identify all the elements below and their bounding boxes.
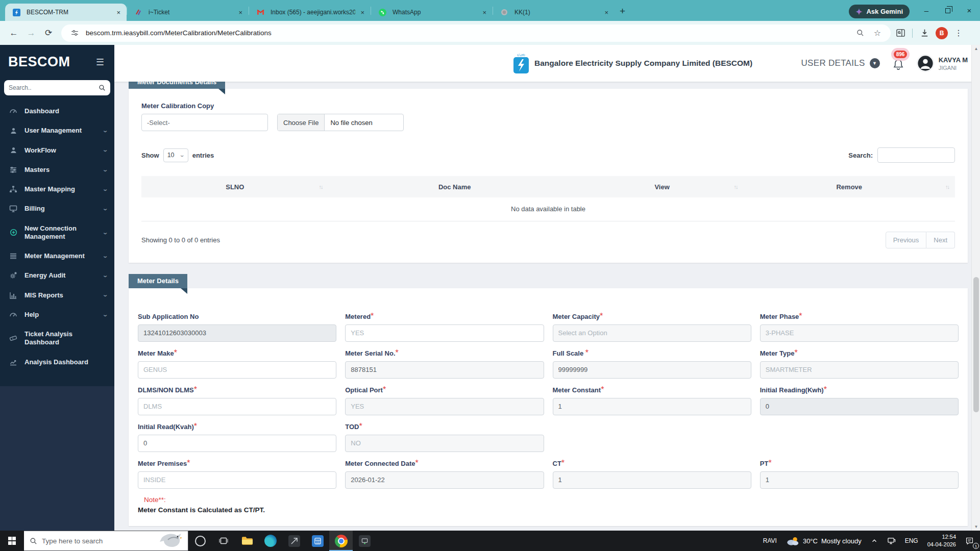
profile-avatar[interactable]: B [934,26,949,41]
gauge-icon [9,107,18,115]
sidebar-item-workflow[interactable]: WorkFlow ⌄ [0,141,114,160]
action-center-icon[interactable]: 1 [961,531,980,551]
table-search-input[interactable] [877,147,955,163]
meter-type-input[interactable] [760,361,959,379]
initial-reading-kwh-input[interactable] [760,398,959,415]
metered-input[interactable] [345,324,544,342]
side-panel-search-icon[interactable] [893,26,908,41]
pt-input[interactable] [760,471,959,489]
tab-close-icon[interactable]: × [603,9,609,16]
sidebar-item-meter-management[interactable]: Meter Management ⌄ [0,246,114,266]
tab-close-icon[interactable]: × [359,9,365,16]
reload-button[interactable]: ⟳ [41,26,56,41]
zoom-icon[interactable] [854,29,866,37]
forward-button[interactable]: → [23,26,39,41]
meter-premises-input[interactable] [138,471,336,489]
file-explorer-icon[interactable] [235,531,259,551]
tab-bescom-trm[interactable]: BESCOM-TRM × [5,4,127,21]
meter-capacity-input[interactable] [553,324,751,342]
restore-button[interactable] [937,0,959,21]
notifications-bell[interactable]: 896 [892,58,904,71]
col-header-slno[interactable]: SLNO↑↓ [141,176,329,197]
address-bar[interactable]: bescom.trm.ieasybill.com/MeterCalibratio… [61,24,891,42]
sidebar-item-billing[interactable]: Billing ⌄ [0,199,114,218]
scroll-up-arrow[interactable]: ▲ [972,46,980,51]
cortana-icon[interactable] [188,531,212,551]
taskbar-search[interactable] [24,531,188,551]
field-meter-capacity: Meter Capacity* [553,312,751,342]
col-header-view[interactable]: View↑↓ [581,176,744,197]
choose-file-button[interactable]: Choose File [278,114,325,131]
tab-title: KK(1) [514,9,599,16]
scroll-down-arrow[interactable]: ▼ [972,524,980,529]
sidebar-item-help[interactable]: Help ⌄ [0,305,114,324]
initial-read-kvah-input[interactable] [138,435,336,452]
tab-whatsapp[interactable]: WhatsApp × [371,4,493,21]
tod-input[interactable] [345,435,544,452]
task-view-icon[interactable] [212,531,235,551]
weather-widget[interactable]: 30°C Mostly cloudy [781,531,866,551]
calculator-icon[interactable] [306,531,329,551]
edge-icon[interactable] [259,531,282,551]
hamburger-icon[interactable]: ☰ [96,57,104,68]
tab-close-icon[interactable]: × [237,9,243,16]
tab-gmail-inbox[interactable]: Inbox (565) - aeejigani.works20 × [249,4,371,21]
browser-menu-icon[interactable]: ⋮ [951,28,966,38]
ct-input[interactable] [553,471,751,489]
dlms-input[interactable] [138,398,336,415]
next-page-button[interactable]: Next [926,232,955,248]
bookmark-star-icon[interactable]: ☆ [871,28,884,38]
start-button[interactable] [0,531,24,551]
vertical-scrollbar[interactable]: ▲ ▼ [971,45,980,531]
network-icon[interactable] [883,531,900,551]
user-details-dropdown[interactable]: USER DETAILS ▼ [801,58,880,68]
clock-widget[interactable]: 12:54 04-04-2026 [923,531,961,551]
sidebar-item-energy-audit[interactable]: Energy Audit ⌄ [0,266,114,285]
pinned-app-icon-2[interactable] [353,531,376,551]
sidebar-search[interactable] [4,80,110,95]
tray-chevron-up-icon[interactable] [866,531,883,551]
meter-constant-input[interactable] [553,398,751,415]
previous-page-button[interactable]: Previous [886,232,927,248]
sidebar-item-masters[interactable]: Masters ⌄ [0,160,114,180]
col-header-doc-name[interactable]: Doc Name [329,176,581,197]
sidebar-item-new-connection-management[interactable]: New Connection Management ⌄ [0,219,114,247]
sidebar-item-ticket-analysis-dashboard[interactable]: Ticket Analysis Dashboard [0,324,114,353]
language-indicator[interactable]: ENG [900,531,923,551]
page-size-select[interactable]: 10 ⌄ [163,148,188,162]
back-button[interactable]: ← [6,26,21,41]
scrollbar-thumb[interactable] [973,277,979,412]
tab-close-icon[interactable]: × [115,9,121,16]
close-button[interactable]: × [959,0,980,21]
downloads-icon[interactable] [917,26,932,41]
sidebar-item-analysis-dashboard[interactable]: Analysis Dashboard [0,353,114,372]
grid-spacer [553,422,751,452]
chrome-icon[interactable] [329,531,353,551]
pinned-app-icon-1[interactable] [282,531,306,551]
sidebar-item-dashboard[interactable]: Dashboard [0,102,114,121]
calibration-copy-select[interactable]: -Select- [141,114,268,131]
field-pt: PT* [760,459,959,489]
meter-connected-date-input[interactable] [345,471,544,489]
sub-application-no-input[interactable] [138,324,336,342]
sidebar-item-master-mapping[interactable]: Master Mapping ⌄ [0,180,114,199]
minimize-button[interactable]: – [916,0,937,21]
field-full-scale: Full Scale * [553,348,751,379]
sidebar-item-mis-reports[interactable]: MIS Reports ⌄ [0,286,114,305]
full-scale-input[interactable] [553,361,751,379]
tab-close-icon[interactable]: × [481,9,487,16]
site-settings-icon[interactable] [68,29,81,37]
sidebar-item-user-management[interactable]: User Management ⌄ [0,121,114,140]
tab-kk[interactable]: KK(1) × [493,4,615,21]
meter-phase-input[interactable] [760,324,959,342]
new-tab-button[interactable]: + [620,6,625,17]
file-upload-input[interactable]: Choose File No file chosen [277,114,404,131]
meter-make-input[interactable] [138,361,336,379]
ask-gemini-button[interactable]: Ask Gemini [849,5,910,18]
sidebar-search-input[interactable] [9,84,99,91]
user-profile[interactable]: KAVYA M JIGANI [917,55,968,72]
tab-iticket[interactable]: i~Ticket × [127,4,249,21]
col-header-remove[interactable]: Remove↑↓ [744,176,955,197]
meter-serial-no-input[interactable] [345,361,544,379]
optical-port-input[interactable] [345,398,544,415]
